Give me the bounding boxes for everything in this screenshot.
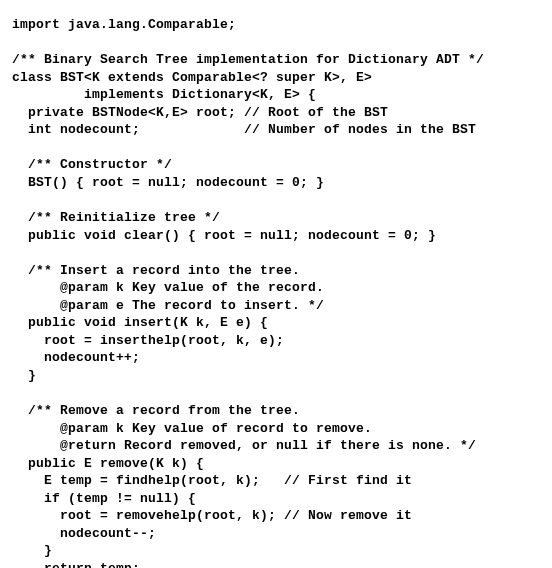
code-line: implements Dictionary<K, E> { bbox=[12, 87, 316, 102]
code-line: /** Binary Search Tree implementation fo… bbox=[12, 52, 484, 67]
code-line: BST() { root = null; nodecount = 0; } bbox=[12, 175, 324, 190]
code-line: public void clear() { root = null; nodec… bbox=[12, 228, 436, 243]
code-line: E temp = findhelp(root, k); // First fin… bbox=[12, 473, 412, 488]
code-line: } bbox=[12, 368, 36, 383]
code-block: import java.lang.Comparable; /** Binary … bbox=[12, 16, 540, 568]
code-line: public E remove(K k) { bbox=[12, 456, 204, 471]
code-line: int nodecount; // Number of nodes in the… bbox=[12, 122, 476, 137]
code-line: @return Record removed, or null if there… bbox=[12, 438, 476, 453]
code-line: if (temp != null) { bbox=[12, 491, 196, 506]
code-line: class BST<K extends Comparable<? super K… bbox=[12, 70, 372, 85]
code-line: @param k Key value of record to remove. bbox=[12, 421, 372, 436]
code-line: /** Remove a record from the tree. bbox=[12, 403, 300, 418]
code-line: import java.lang.Comparable; bbox=[12, 17, 236, 32]
code-line: nodecount++; bbox=[12, 350, 140, 365]
code-line: public void insert(K k, E e) { bbox=[12, 315, 268, 330]
code-line: /** Reinitialize tree */ bbox=[12, 210, 220, 225]
code-line: /** Constructor */ bbox=[12, 157, 172, 172]
code-line: } bbox=[12, 543, 52, 558]
code-line: /** Insert a record into the tree. bbox=[12, 263, 300, 278]
code-line: @param k Key value of the record. bbox=[12, 280, 324, 295]
code-line: root = removehelp(root, k); // Now remov… bbox=[12, 508, 412, 523]
code-line: private BSTNode<K,E> root; // Root of th… bbox=[12, 105, 388, 120]
code-line: root = inserthelp(root, k, e); bbox=[12, 333, 284, 348]
code-line: @param e The record to insert. */ bbox=[12, 298, 324, 313]
code-line: nodecount--; bbox=[12, 526, 156, 541]
code-line: return temp; bbox=[12, 561, 140, 568]
